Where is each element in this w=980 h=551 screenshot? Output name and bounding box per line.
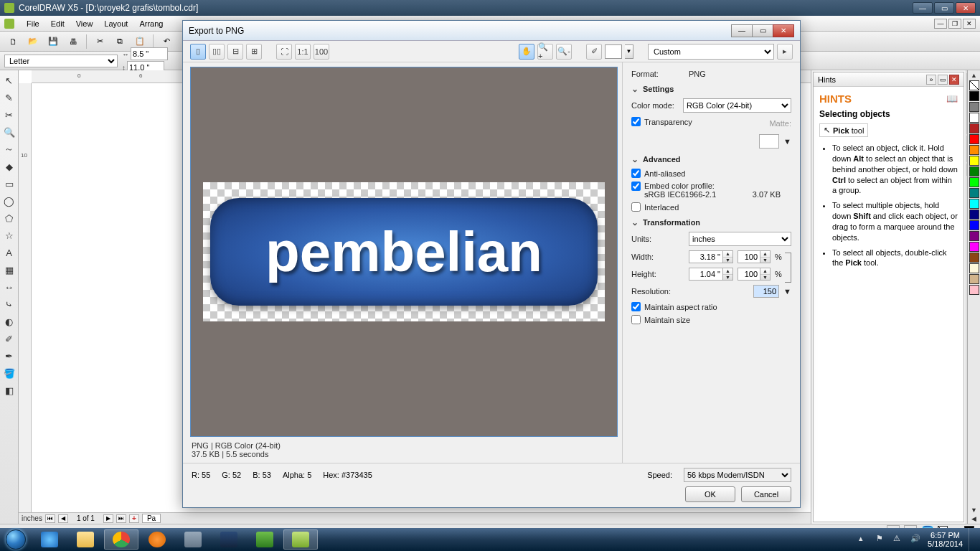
color-swatch[interactable] <box>969 231 979 241</box>
antialiased-checkbox[interactable]: Anti-aliased <box>631 169 791 178</box>
smartfill-tool-icon[interactable]: ◆ <box>2 159 17 174</box>
units-select[interactable]: inches <box>689 232 791 246</box>
link-dimensions-icon[interactable] <box>785 253 791 283</box>
minimize-button[interactable]: — <box>913 2 933 14</box>
height-pct-spinner[interactable]: ▲▼ <box>760 268 771 281</box>
width-spinner[interactable]: ▲▼ <box>723 250 733 263</box>
zoom-1to1-icon[interactable]: 1:1 <box>295 44 311 60</box>
open-icon[interactable]: 📂 <box>26 34 40 49</box>
matte-dropdown-icon[interactable]: ▼ <box>783 137 791 146</box>
height-pct-input[interactable] <box>738 268 760 281</box>
color-swatch[interactable] <box>969 263 979 273</box>
mdi-restore[interactable]: ❐ <box>948 19 961 29</box>
hints-collapse-button[interactable]: ▭ <box>938 75 948 85</box>
copy-icon[interactable]: ⧉ <box>113 34 127 49</box>
pan-tool-icon[interactable]: ✋ <box>519 44 534 60</box>
crop-tool-icon[interactable]: ✂ <box>2 108 17 122</box>
color-swatch[interactable] <box>969 91 979 101</box>
matte-color-swatch[interactable] <box>759 134 779 149</box>
mdi-close[interactable]: ✕ <box>963 19 976 29</box>
dialog-close-button[interactable]: ✕ <box>773 24 794 37</box>
color-swatch[interactable] <box>969 156 979 166</box>
color-mode-select[interactable]: RGB Color (24-bit) <box>683 98 791 113</box>
no-color-swatch[interactable] <box>969 80 979 90</box>
taskbar-coreldraw[interactable] <box>283 529 318 550</box>
maximize-button[interactable]: ▭ <box>934 2 954 14</box>
page-tab[interactable]: Pa <box>142 514 161 523</box>
interlaced-checkbox[interactable]: Interlaced <box>631 202 791 212</box>
taskbar-keyboard[interactable] <box>176 529 210 550</box>
menu-layout[interactable]: Layout <box>99 17 133 30</box>
rectangle-tool-icon[interactable]: ▭ <box>2 176 17 191</box>
first-page-button[interactable]: ⏮ <box>45 514 55 523</box>
undo-icon[interactable]: ↶ <box>159 34 174 49</box>
menu-arrange[interactable]: Arrang <box>134 17 168 30</box>
paper-size-select[interactable]: Letter <box>4 55 118 67</box>
color-swatch[interactable] <box>969 102 979 112</box>
color-swatch[interactable] <box>969 166 979 176</box>
interactive-fill-icon[interactable]: ◧ <box>2 383 17 397</box>
freehand-tool-icon[interactable]: ～ <box>2 142 17 156</box>
section-advanced[interactable]: Advanced <box>631 154 791 164</box>
save-icon[interactable]: 💾 <box>46 34 60 49</box>
taskbar-idm[interactable] <box>248 529 282 550</box>
tray-volume-icon[interactable]: 🔊 <box>910 534 922 545</box>
outline-tool-icon[interactable]: ✒ <box>2 349 17 363</box>
tray-action-center-icon[interactable]: ⚑ <box>876 534 887 545</box>
height-input[interactable] <box>689 268 723 281</box>
menu-edit[interactable]: Edit <box>46 17 70 30</box>
close-button[interactable]: ✕ <box>956 2 976 14</box>
pick-tool-icon[interactable]: ↖ <box>2 73 17 88</box>
hints-close-button[interactable]: ✕ <box>949 75 959 85</box>
width-pct-spinner[interactable]: ▲▼ <box>760 250 771 263</box>
zoom-tool-icon[interactable]: 🔍 <box>2 125 17 139</box>
color-swatch[interactable] <box>969 199 979 209</box>
show-desktop-button[interactable] <box>969 528 976 551</box>
color-swatch[interactable] <box>969 177 979 187</box>
mdi-minimize[interactable]: — <box>934 19 947 29</box>
dialog-minimize-button[interactable]: — <box>731 24 753 37</box>
resolution-input[interactable] <box>753 285 779 298</box>
aspect-ratio-checkbox[interactable]: Maintain aspect ratio <box>631 302 791 311</box>
palette-flyout-icon[interactable]: ◀ <box>971 515 976 522</box>
new-icon[interactable]: 🗋 <box>6 34 20 49</box>
menu-view[interactable]: View <box>71 17 98 30</box>
color-swatch[interactable] <box>969 253 979 263</box>
color-swatch[interactable] <box>969 274 979 284</box>
speed-select[interactable]: 56 kbps Modem/ISDN <box>684 468 791 482</box>
preset-select[interactable]: Custom <box>648 44 774 60</box>
taskbar-app1[interactable] <box>212 529 246 550</box>
zoom-100-icon[interactable]: 100 <box>314 44 329 60</box>
text-tool-icon[interactable]: A <box>2 245 17 260</box>
ellipse-tool-icon[interactable]: ◯ <box>2 194 17 208</box>
taskbar-ie[interactable] <box>32 529 67 550</box>
paste-icon[interactable]: 📋 <box>133 34 147 49</box>
color-swatch[interactable] <box>969 209 979 220</box>
palette-up-icon[interactable]: ▲ <box>971 72 977 79</box>
hints-options-icon[interactable]: » <box>926 75 936 85</box>
maintain-size-checkbox[interactable]: Maintain size <box>631 315 791 324</box>
add-page-button[interactable]: + <box>129 514 139 523</box>
two-vert-preview-icon[interactable]: ▯▯ <box>209 44 225 60</box>
eyedropper-tool-icon[interactable]: ✐ <box>2 331 17 346</box>
basicshapes-tool-icon[interactable]: ☆ <box>2 228 17 242</box>
connector-tool-icon[interactable]: ⤷ <box>2 297 17 311</box>
four-preview-icon[interactable]: ⊞ <box>246 44 262 60</box>
taskbar-chrome[interactable] <box>104 529 138 550</box>
color-swatch[interactable] <box>969 113 979 123</box>
zoom-in-icon[interactable]: 🔍+ <box>537 44 553 60</box>
last-page-button[interactable]: ⏭ <box>116 514 126 523</box>
zoom-out-icon[interactable]: 🔍- <box>556 44 572 60</box>
prev-page-button[interactable]: ◀ <box>58 514 68 523</box>
preset-menu-icon[interactable]: ▸ <box>777 44 793 60</box>
section-transformation[interactable]: Transformation <box>631 217 791 227</box>
export-titlebar[interactable]: Export to PNG — ▭ ✕ <box>183 21 800 41</box>
color-swatch[interactable] <box>969 123 979 133</box>
page-width-input[interactable] <box>131 47 168 60</box>
shape-tool-icon[interactable]: ✎ <box>2 90 17 105</box>
height-spinner[interactable]: ▲▼ <box>723 268 733 281</box>
book-icon[interactable]: 📖 <box>946 93 958 104</box>
color-swatch[interactable] <box>969 242 979 252</box>
color-swatch[interactable] <box>969 134 979 144</box>
color-swatch[interactable] <box>969 220 979 230</box>
